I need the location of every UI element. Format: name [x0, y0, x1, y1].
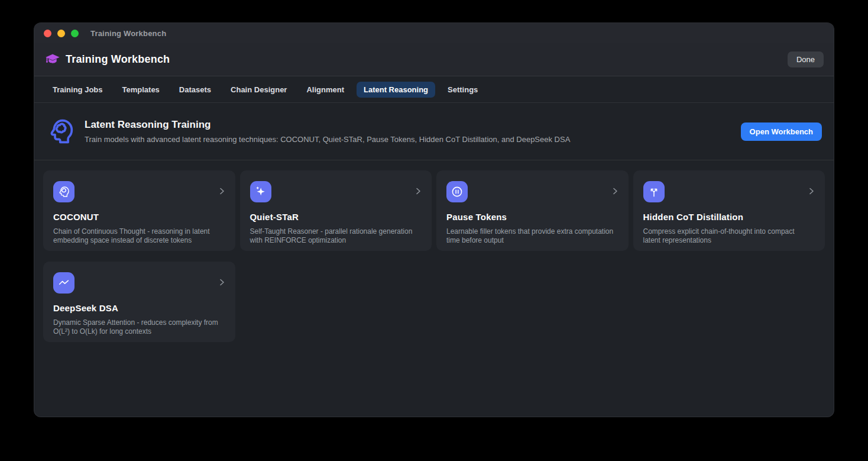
traffic-lights — [44, 30, 79, 37]
chevron-right-icon — [807, 186, 816, 196]
card-title: COCONUT — [53, 212, 225, 222]
card-quiet-star[interactable]: Quiet-STaR Self-Taught Reasoner - parall… — [240, 170, 432, 251]
sparkles-icon — [250, 181, 271, 202]
tab-alignment[interactable]: Alignment — [299, 82, 351, 98]
hero-title: Latent Reasoning Training — [85, 119, 570, 131]
tab-datasets[interactable]: Datasets — [172, 82, 218, 98]
card-description: Compress explicit chain-of-thought into … — [643, 227, 812, 246]
card-pause-tokens[interactable]: Pause Tokens Learnable filler tokens tha… — [436, 170, 629, 251]
split-branch-icon — [643, 181, 665, 202]
card-hidden-cot-distillation[interactable]: Hidden CoT Distillation Compress explici… — [633, 170, 825, 251]
hero-text-block: Latent Reasoning Training Train models w… — [85, 119, 570, 144]
pause-circle-icon — [446, 181, 468, 202]
card-coconut[interactable]: COCONUT Chain of Continuous Thought - re… — [43, 170, 235, 251]
card-deepseek-dsa[interactable]: DeepSeek DSA Dynamic Sparse Attention - … — [43, 262, 235, 342]
brain-head-icon — [53, 181, 75, 202]
tab-training-jobs[interactable]: Training Jobs — [46, 82, 110, 98]
graduation-cap-icon — [44, 51, 60, 67]
close-window-button[interactable] — [44, 30, 51, 37]
latent-reasoning-hero: Latent Reasoning Training Train models w… — [34, 103, 834, 160]
card-title: Quiet-STaR — [250, 212, 422, 222]
tab-settings[interactable]: Settings — [441, 82, 485, 98]
card-description: Chain of Continuous Thought - reasoning … — [53, 227, 222, 246]
tab-latent-reasoning[interactable]: Latent Reasoning — [357, 82, 435, 98]
card-description: Learnable filler tokens that provide ext… — [446, 227, 615, 246]
tab-bar: Training Jobs Templates Datasets Chain D… — [34, 76, 834, 103]
window-title: Training Workbench — [90, 29, 166, 38]
technique-card-grid: COCONUT Chain of Continuous Thought - re… — [34, 160, 834, 352]
chevron-right-icon — [217, 278, 226, 287]
done-button[interactable]: Done — [788, 51, 824, 67]
chevron-right-icon — [413, 186, 423, 196]
card-title: Hidden CoT Distillation — [643, 212, 815, 222]
hero-description: Train models with advanced latent reason… — [85, 135, 570, 144]
brain-head-icon — [46, 114, 76, 149]
window-titlebar[interactable]: Training Workbench — [34, 23, 834, 43]
zoom-window-button[interactable] — [71, 30, 79, 37]
card-title: Pause Tokens — [446, 212, 618, 222]
card-description: Self-Taught Reasoner - parallel rational… — [250, 227, 419, 246]
open-workbench-button[interactable]: Open Workbench — [741, 122, 822, 141]
card-title: DeepSeek DSA — [53, 303, 225, 313]
page-title: Training Workbench — [66, 53, 170, 66]
card-description: Dynamic Sparse Attention - reduces compl… — [53, 318, 222, 337]
app-window: Training Workbench Training Workbench Do… — [34, 22, 834, 417]
app-header: Training Workbench Done — [34, 43, 834, 76]
minimize-window-button[interactable] — [57, 30, 65, 37]
desktop-background: Training Workbench Training Workbench Do… — [0, 0, 868, 461]
tab-chain-designer[interactable]: Chain Designer — [224, 82, 294, 98]
chevron-right-icon — [610, 186, 620, 196]
tab-templates[interactable]: Templates — [115, 82, 167, 98]
chevron-right-icon — [217, 186, 226, 196]
zigzag-line-icon — [53, 272, 75, 294]
